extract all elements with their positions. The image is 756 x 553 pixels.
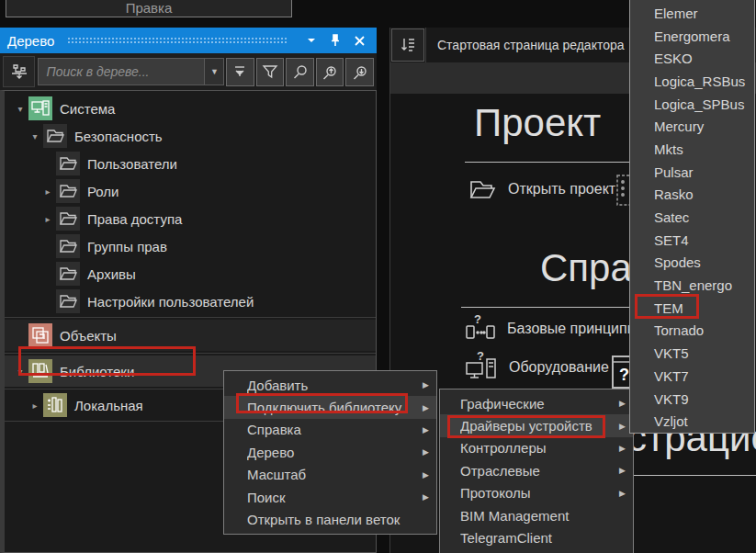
driver-menu-item[interactable]: Mkts [630, 138, 754, 161]
tree-panel-title: Дерево [7, 33, 54, 49]
expander-icon[interactable]: ▸ [39, 186, 56, 197]
divider [631, 475, 756, 476]
tree-node-label: Роли [87, 184, 119, 199]
submenu-arrow-icon: ▶ [423, 380, 429, 389]
driver-menu-item[interactable]: Logica_RSBus [630, 70, 754, 93]
folder-icon [56, 179, 80, 203]
menu-item[interactable]: Справка▶ [224, 419, 436, 441]
menu-item-label: Графические [460, 396, 614, 412]
tree-node[interactable]: ▾Система [5, 95, 376, 122]
tree-node[interactable]: ▾Безопасность [5, 122, 376, 150]
submenu-arrow-icon: ▶ [423, 403, 429, 412]
driver-menu-item[interactable]: Satec [630, 206, 754, 229]
tree-node[interactable]: ▸Роли [5, 177, 376, 205]
tree-node-label: Пользователи [87, 156, 177, 172]
annotation-box-connect-library [236, 393, 408, 413]
pin-icon[interactable] [325, 31, 345, 50]
driver-menu-item[interactable]: Mercury [630, 115, 754, 138]
tree-node-label: Объекты [60, 328, 117, 344]
divider [5, 317, 376, 318]
open-folder-icon [468, 175, 497, 204]
driver-menu-item[interactable]: Pulsar [630, 161, 754, 184]
folder-icon [56, 207, 80, 231]
submenu-arrow-icon: ▶ [619, 399, 626, 408]
driver-menu-item[interactable]: VKT5 [630, 342, 754, 365]
filter-icon[interactable] [256, 58, 285, 86]
tree-search-input[interactable] [38, 58, 205, 85]
menu-item[interactable]: Графические▶ [440, 392, 633, 414]
principles-icon: ? [465, 314, 496, 344]
tab-start-page[interactable]: Стартовая страница редактора [437, 38, 625, 52]
tree-mode-icon[interactable] [3, 56, 35, 87]
edit-menu-button[interactable]: Правка [6, 0, 292, 17]
tree-node[interactable]: Настройки пользователей [5, 288, 376, 315]
basic-principles-link[interactable]: ? Базовые принципы [465, 314, 638, 344]
menu-item[interactable]: Открыть в панели веток [224, 508, 436, 530]
driver-menu-item[interactable]: VKT9 [630, 388, 754, 411]
submenu-arrow-icon: ▶ [619, 422, 626, 431]
menu-item[interactable]: Дерево▶ [224, 441, 436, 463]
driver-menu-item[interactable]: Vzljot [630, 410, 754, 433]
menu-item[interactable]: BIM Management [440, 504, 633, 526]
search-down-icon[interactable] [345, 58, 374, 86]
library-local-icon [43, 393, 67, 417]
driver-menu-item[interactable]: ESKO [630, 47, 754, 70]
close-icon[interactable] [349, 31, 369, 50]
svg-text:?: ? [474, 314, 481, 326]
driver-menu-item[interactable]: Tornado [630, 320, 754, 343]
objects-icon [28, 323, 52, 347]
driver-menu-item[interactable]: Energomera [630, 25, 754, 48]
driver-menu-item[interactable]: Elemer [630, 2, 754, 25]
tree-node[interactable]: ▸Права доступа [5, 205, 376, 232]
tree-node[interactable]: Архивы [5, 260, 376, 288]
menu-item-label: Открыть в панели веток [247, 512, 429, 527]
open-project-link[interactable]: Открыть проект [468, 175, 615, 204]
menu-item-label: Протоколы [460, 485, 614, 501]
expander-icon[interactable]: ▾ [12, 104, 28, 114]
folder-icon [56, 262, 80, 286]
panel-dropdown-icon[interactable] [301, 31, 322, 50]
submenu-arrow-icon: ▶ [619, 466, 626, 475]
tree-node-label: Права доступа [87, 211, 182, 227]
menu-item[interactable]: TelegramClient [440, 526, 633, 548]
menu-item[interactable]: Протоколы▶ [440, 482, 633, 504]
expander-icon[interactable]: ▸ [27, 401, 43, 411]
section-title-project: Проект [474, 101, 601, 145]
svg-text:?: ? [477, 352, 484, 363]
menu-item[interactable]: Масштаб▶ [224, 464, 436, 486]
driver-menu-item[interactable]: Rasko [630, 184, 754, 207]
tree-node[interactable]: Группы прав [5, 232, 376, 260]
tree-node[interactable]: Пользователи [5, 150, 376, 177]
tree-toolbar: ▼ [0, 53, 377, 90]
submenu-arrow-icon: ▶ [423, 470, 429, 480]
search-up-icon[interactable] [316, 58, 344, 86]
expander-icon[interactable]: ▾ [27, 131, 43, 141]
folder-icon [43, 124, 67, 148]
collapse-all-icon[interactable] [226, 58, 254, 86]
submenu-arrow-icon: ▶ [423, 447, 429, 457]
search-dropdown-icon[interactable]: ▼ [205, 58, 224, 85]
svg-text:?: ? [619, 366, 629, 384]
driver-menu-item[interactable]: Spodes [630, 252, 754, 275]
menu-item[interactable]: Отраслевые▶ [440, 459, 633, 481]
submenu-arrow-icon: ▶ [423, 425, 429, 434]
folder-icon [56, 152, 80, 175]
driver-menu-item[interactable]: VKT7 [630, 365, 754, 388]
hardware-link[interactable]: ? Оборудование [465, 352, 609, 383]
panel-drag-handle[interactable] [67, 37, 287, 44]
application-window: Правка Дерево ▼ [0, 0, 756, 553]
search-icon[interactable] [286, 58, 314, 86]
menu-item[interactable]: Поиск▶ [224, 486, 436, 508]
tree-node-label: Локальная [74, 398, 143, 413]
menu-item[interactable]: Контроллеры▶ [440, 437, 633, 459]
scroll-list-icon[interactable] [391, 28, 424, 62]
driver-menu-item[interactable]: Logica_SPBus [630, 93, 754, 116]
menu-item-label: Дерево [247, 445, 417, 460]
folder-icon [56, 234, 80, 258]
system-icon [28, 96, 52, 120]
tree-panel-header[interactable]: Дерево [0, 28, 377, 53]
driver-menu-item[interactable]: SET4 [630, 229, 754, 252]
tree-node-label: Группы прав [87, 239, 167, 254]
annotation-box-device-drivers [447, 415, 605, 438]
expander-icon[interactable]: ▸ [39, 214, 56, 224]
